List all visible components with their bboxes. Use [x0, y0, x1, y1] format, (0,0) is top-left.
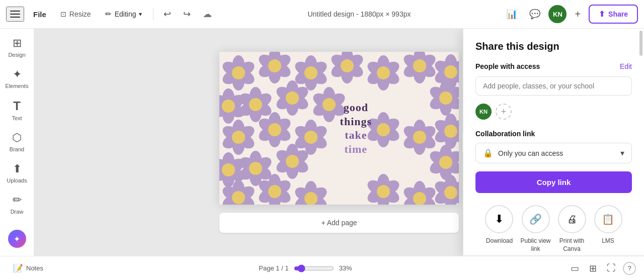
design-canvas[interactable]: good things take time [219, 52, 459, 205]
svg-point-11 [219, 52, 223, 66]
people-access-label: People with access [475, 62, 540, 70]
scrollbar-track [639, 29, 643, 255]
divider [153, 8, 153, 20]
sidebar-item-elements[interactable]: ✦ Elements [2, 64, 32, 93]
notes-icon: 📝 [13, 263, 23, 273]
download-label: Download [486, 237, 513, 245]
bottombar-center: Page 1 / 1 33% [48, 264, 568, 272]
uploads-icon: ⬆ [13, 162, 22, 175]
canvas-wrapper: ⋮ [219, 52, 459, 233]
chevron-down-icon: ▾ [139, 11, 142, 18]
copy-link-button[interactable]: Copy link [475, 171, 632, 193]
public-view-label: Public viewlink [520, 237, 550, 253]
add-person-button[interactable]: + [496, 104, 512, 120]
view-grid-button[interactable]: ⊞ [586, 261, 600, 276]
svg-point-6 [219, 52, 224, 57]
add-collaborator-button[interactable]: + [571, 7, 585, 22]
chevron-down-icon: ▾ [620, 148, 624, 158]
svg-point-5 [219, 52, 222, 56]
canvas-text: good things take time [340, 101, 372, 156]
magic-button[interactable]: ✦ [8, 230, 26, 248]
draw-icon: ✏ [13, 194, 22, 207]
sidebar: ⊞ Design ✦ Elements T Text ⬡ Brand ⬆ Upl… [0, 29, 34, 256]
lms-option[interactable]: 📋 LMS [593, 205, 623, 253]
comments-button[interactable]: 💬 [525, 6, 544, 23]
public-view-option[interactable]: 🔗 Public viewlink [520, 205, 550, 253]
share-options-row: ⬇ Download 🔗 Public viewlink 🖨 Print wit… [475, 205, 632, 253]
design-title: Untitled design - 1880px × 993px [220, 10, 498, 18]
access-dropdown[interactable]: 🔒 Only you can access ▾ [475, 143, 632, 163]
page-info: Page 1 / 1 [259, 264, 288, 272]
bottombar: 📝 Notes Page 1 / 1 33% ▭ ⊞ ⛶ ? [0, 256, 644, 280]
user-avatar-button[interactable]: KN [548, 5, 567, 23]
share-button[interactable]: ⬆ Share [589, 5, 638, 24]
undo-button[interactable]: ↩ [159, 6, 175, 23]
lms-icon-circle: 📋 [594, 205, 622, 233]
bottombar-right: ▭ ⊞ ⛶ ? [568, 261, 636, 276]
redo-button[interactable]: ↪ [179, 6, 195, 23]
svg-point-2 [219, 52, 233, 62]
people-access-row: People with access Edit [475, 62, 632, 70]
zoom-level: 33% [339, 264, 357, 272]
svg-point-4 [219, 52, 222, 62]
topbar-right: 📊 💬 KN + ⬆ Share [502, 5, 638, 24]
share-panel-title: Share this design [475, 41, 632, 52]
analytics-button[interactable]: 📊 [502, 6, 521, 23]
collab-link-label: Collaboration link [475, 130, 632, 138]
file-menu-button[interactable]: File [28, 7, 51, 22]
add-page-button[interactable]: + Add page [219, 213, 459, 233]
text-icon: T [13, 99, 21, 113]
print-icon-circle: 🖨 [558, 205, 586, 233]
lms-icon: 📋 [602, 213, 614, 225]
lms-label: LMS [602, 237, 614, 245]
sidebar-item-brand[interactable]: ⬡ Brand [2, 127, 32, 156]
share-panel: Share this design People with access Edi… [463, 29, 644, 256]
design-icon: ⊞ [13, 37, 22, 50]
download-option[interactable]: ⬇ Download [484, 205, 514, 253]
print-canva-option[interactable]: 🖨 Print withCanva [557, 205, 587, 253]
svg-point-1 [219, 52, 233, 56]
link-icon: 🔗 [529, 213, 542, 225]
resize-button[interactable]: ⊡ Resize [55, 7, 96, 21]
elements-icon: ✦ [13, 68, 22, 81]
print-icon: 🖨 [567, 214, 577, 225]
notes-button[interactable]: 📝 Notes [8, 260, 48, 276]
access-status-text: Only you can access [498, 149, 615, 157]
public-view-icon-circle: 🔗 [522, 205, 550, 233]
cloud-save-button[interactable]: ☁ [199, 6, 216, 23]
svg-point-13 [219, 52, 226, 58]
edit-link[interactable]: Edit [620, 62, 632, 70]
svg-point-3 [219, 52, 224, 65]
sidebar-item-draw[interactable]: ✏ Draw [2, 190, 32, 219]
sidebar-item-uploads[interactable]: ⬆ Uploads [2, 158, 32, 188]
add-people-input[interactable] [475, 76, 632, 96]
lock-icon: 🔒 [483, 148, 493, 158]
topbar: File ⊡ Resize ✏ Editing ▾ ↩ ↪ ☁ Untitled… [0, 0, 644, 29]
print-canva-label: Print withCanva [559, 237, 584, 253]
canvas-flowers-svg [219, 52, 459, 205]
user-avatar-small: KN [475, 104, 492, 120]
resize-icon: ⊡ [60, 10, 66, 18]
avatar-row: KN + [475, 104, 632, 120]
zoom-slider[interactable] [294, 264, 334, 272]
view-single-button[interactable]: ▭ [568, 261, 582, 276]
download-icon-circle: ⬇ [485, 205, 513, 233]
svg-point-12 [219, 52, 223, 57]
fullscreen-button[interactable]: ⛶ [604, 261, 619, 275]
help-button[interactable]: ? [623, 262, 636, 275]
pencil-icon: ✏ [105, 10, 112, 19]
magic-icon: ✦ [14, 234, 20, 244]
sidebar-item-text[interactable]: T Text [2, 95, 32, 125]
brand-icon: ⬡ [12, 131, 22, 144]
svg-point-7 [219, 52, 225, 52]
svg-point-0 [219, 52, 224, 52]
svg-point-8 [219, 52, 237, 57]
editing-mode-button[interactable]: ✏ Editing ▾ [100, 7, 147, 22]
scrollbar-thumb[interactable] [639, 31, 642, 56]
download-icon: ⬇ [495, 213, 504, 226]
main-layout: ⊞ Design ✦ Elements T Text ⬡ Brand ⬆ Upl… [0, 29, 644, 256]
share-icon: ⬆ [599, 10, 605, 19]
sidebar-item-design[interactable]: ⊞ Design [2, 33, 32, 62]
hamburger-menu-button[interactable] [6, 7, 24, 22]
